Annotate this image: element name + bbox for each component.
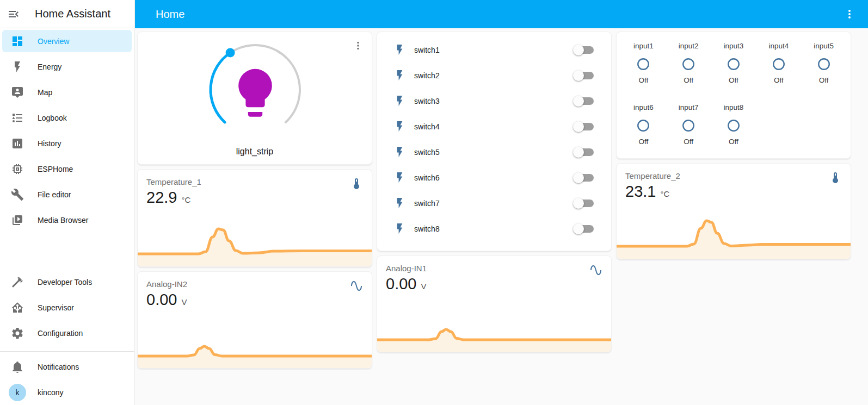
- glance-item-input4[interactable]: input4 Off: [756, 42, 801, 91]
- input-state: Off: [801, 76, 846, 84]
- sidebar-item-map[interactable]: Map: [0, 79, 134, 105]
- sensor-unit: °C: [181, 195, 190, 204]
- sidebar-item-supervisor[interactable]: Supervisor: [0, 295, 134, 320]
- sidebar-item-history[interactable]: History: [0, 130, 134, 156]
- avatar: k: [9, 384, 26, 401]
- sine-wave-icon: [589, 264, 602, 277]
- radiobox-blank-icon: [636, 119, 650, 133]
- light-brightness-slider[interactable]: [204, 40, 307, 143]
- switch-name[interactable]: switch7: [414, 199, 440, 208]
- sidebar-item-label: Media Browser: [38, 216, 88, 225]
- input-name: input2: [666, 42, 711, 50]
- sensor-name: Temperature_2: [625, 171, 842, 180]
- light-name[interactable]: light_strip: [138, 147, 372, 157]
- switch-toggle[interactable]: [574, 223, 594, 234]
- sidebar-item-label: ESPHome: [38, 165, 73, 173]
- sidebar-item-label: Overview: [38, 37, 69, 46]
- switch-name[interactable]: switch5: [414, 148, 440, 157]
- lightbulb-icon[interactable]: [238, 69, 272, 117]
- input-state: Off: [666, 138, 711, 146]
- sidebar-item-label: kincony: [38, 388, 63, 397]
- sidebar-item-overview[interactable]: Overview: [0, 28, 134, 54]
- analog-in2-card[interactable]: Analog-IN2 0.00 V: [137, 271, 372, 369]
- sidebar-item-energy[interactable]: Energy: [0, 54, 134, 79]
- glance-item-input8[interactable]: input8 Off: [711, 103, 756, 153]
- slider-knob[interactable]: [226, 48, 235, 58]
- light-strip-card: light_strip: [137, 32, 372, 165]
- switch-toggle[interactable]: [574, 96, 594, 107]
- switch-row: switch6: [377, 165, 611, 190]
- switch-toggle[interactable]: [574, 147, 594, 158]
- sensor-value: 23.1: [625, 184, 656, 200]
- view-header: Home: [135, 0, 868, 28]
- flash-icon: [393, 95, 406, 107]
- glance-item-input2[interactable]: input2 Off: [666, 42, 711, 91]
- column-2: switch1 switch2 switch3 switch4 switch5: [377, 32, 612, 352]
- sidebar-spacer: [0, 233, 134, 269]
- sidebar-item-user-profile[interactable]: k kincony: [0, 379, 134, 405]
- radiobox-blank-icon: [636, 57, 650, 71]
- flash-icon: [393, 146, 406, 158]
- home-assistant-icon: [11, 301, 24, 314]
- switch-row: switch7: [377, 190, 611, 216]
- sidebar-item-logbook[interactable]: Logbook: [0, 105, 134, 130]
- column-1: light_strip Temperature_1 22.9 °C Analog…: [137, 32, 372, 369]
- temperature-2-card[interactable]: Temperature_2 23.1 °C: [616, 163, 851, 259]
- view-dashboard-icon: [11, 35, 24, 48]
- sidebar-item-notifications[interactable]: Notifications: [0, 354, 134, 379]
- radiobox-blank-icon: [681, 57, 695, 71]
- radiobox-blank-icon: [772, 57, 786, 71]
- input-name: input8: [711, 103, 756, 111]
- input-state: Off: [711, 76, 756, 84]
- input-state: Off: [666, 76, 711, 84]
- switch-toggle[interactable]: [574, 70, 594, 81]
- glance-item-input6[interactable]: input6 Off: [621, 103, 666, 153]
- switch-toggle[interactable]: [574, 45, 594, 55]
- sidebar-item-label: Configuration: [38, 329, 83, 338]
- glance-item-input7[interactable]: input7 Off: [666, 103, 711, 153]
- radiobox-blank-icon: [727, 119, 741, 133]
- glance-item-input5[interactable]: input5 Off: [801, 42, 846, 91]
- switch-name[interactable]: switch2: [414, 71, 440, 80]
- sidebar-item-label: Notifications: [38, 363, 79, 371]
- sidebar-item-label: Map: [38, 88, 52, 97]
- menu-open-icon[interactable]: [7, 8, 20, 21]
- app-title: Home Assistant: [35, 8, 110, 20]
- overflow-menu-icon[interactable]: [843, 8, 856, 21]
- sidebar: Home Assistant Overview Energy Map Logbo…: [0, 0, 134, 405]
- sidebar-item-developer-tools[interactable]: Developer Tools: [0, 269, 134, 295]
- switch-toggle[interactable]: [574, 121, 594, 132]
- sidebar-item-configuration[interactable]: Configuration: [0, 320, 134, 346]
- sensor-sparkline: [617, 215, 851, 259]
- switch-toggle[interactable]: [574, 198, 594, 209]
- switch-row: switch1: [377, 37, 611, 63]
- temperature-1-card[interactable]: Temperature_1 22.9 °C: [137, 169, 372, 267]
- sidebar-item-file-editor[interactable]: File editor: [0, 182, 134, 207]
- sensor-sparkline: [138, 223, 372, 266]
- flash-icon: [393, 69, 406, 82]
- switch-name[interactable]: switch8: [414, 225, 440, 233]
- sidebar-item-label: Developer Tools: [38, 278, 92, 286]
- switch-toggle[interactable]: [574, 172, 594, 183]
- chart-box-icon: [11, 137, 24, 150]
- sidebar-item-media-browser[interactable]: Media Browser: [0, 207, 134, 233]
- card-more-icon[interactable]: [352, 40, 364, 52]
- input-name: input3: [711, 42, 756, 50]
- switch-name[interactable]: switch6: [414, 173, 440, 182]
- switch-row: switch8: [377, 216, 611, 241]
- switch-name[interactable]: switch1: [414, 46, 440, 54]
- thermometer-icon: [829, 171, 842, 184]
- sensor-value: 0.00: [146, 292, 177, 308]
- switch-name[interactable]: switch3: [414, 97, 440, 105]
- hammer-icon: [11, 276, 24, 289]
- list-bulleted-icon: [11, 111, 24, 124]
- sidebar-item-label: History: [38, 139, 61, 148]
- tooltip-account-icon: [11, 86, 24, 99]
- switch-name[interactable]: switch4: [414, 122, 440, 131]
- glance-item-input3[interactable]: input3 Off: [711, 42, 756, 91]
- glance-item-input1[interactable]: input1 Off: [621, 42, 666, 91]
- input-state: Off: [621, 76, 666, 84]
- analog-in1-card[interactable]: Analog-IN1 0.00 V: [377, 256, 612, 352]
- sidebar-item-esphome[interactable]: ESPHome: [0, 156, 134, 182]
- sensor-name: Analog-IN1: [386, 264, 602, 273]
